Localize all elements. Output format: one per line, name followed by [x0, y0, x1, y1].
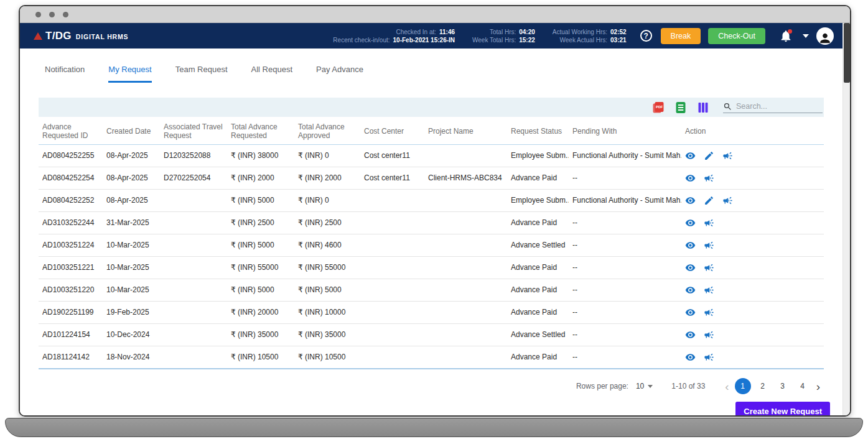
announce-icon[interactable]: [704, 240, 714, 251]
announce-icon[interactable]: [704, 352, 714, 363]
announce-icon[interactable]: [704, 262, 714, 273]
table-cell: [360, 257, 424, 279]
prev-page-icon[interactable]: ‹: [721, 381, 732, 392]
scrollbar[interactable]: [842, 23, 850, 415]
stat-row: Checked In at:11:46: [333, 29, 455, 35]
table-cell: [424, 324, 507, 346]
table-cell: ₹ (INR) 0: [294, 190, 360, 212]
notification-bell-icon[interactable]: [779, 29, 793, 43]
next-page-icon[interactable]: ›: [813, 381, 824, 392]
table-cell: --: [569, 167, 681, 190]
view-icon[interactable]: [685, 195, 696, 206]
view-icon[interactable]: [685, 218, 696, 228]
table-cell: Advance Settled: [507, 234, 569, 257]
actions-cell: [681, 302, 824, 324]
announce-icon[interactable]: [704, 173, 714, 183]
rows-per-page-select[interactable]: 10: [636, 382, 653, 390]
help-icon[interactable]: ?: [640, 30, 652, 42]
table-cell: ₹ (INR) 5000: [227, 279, 294, 302]
announce-icon[interactable]: [704, 307, 714, 318]
search-input[interactable]: [736, 102, 823, 111]
tab-all-request[interactable]: All Request: [251, 65, 292, 83]
table-cell: 10-Dec-2024: [103, 324, 160, 346]
announce-icon[interactable]: [704, 285, 714, 295]
table-cell: [160, 234, 227, 257]
edit-icon[interactable]: [704, 150, 714, 161]
table-cell: [424, 302, 507, 324]
user-avatar[interactable]: [816, 27, 834, 45]
checkout-button[interactable]: Check-Out: [708, 28, 765, 44]
table-cell: [424, 346, 507, 369]
column-header[interactable]: Advance Requested ID: [39, 119, 103, 145]
view-icon[interactable]: [685, 352, 696, 363]
table-cell: [160, 279, 227, 302]
tab-team-request[interactable]: Team Request: [175, 65, 228, 83]
column-header[interactable]: Total Advance Approved: [294, 119, 360, 145]
table-cell: [160, 346, 227, 369]
table-cell: ₹ (INR) 10500: [294, 346, 360, 369]
column-settings-icon[interactable]: [697, 101, 709, 114]
table-cell: 10-Mar-2025: [103, 234, 160, 257]
table-cell: Advance Paid: [507, 279, 569, 302]
view-icon[interactable]: [685, 150, 696, 161]
column-header[interactable]: Request Status: [507, 119, 569, 145]
profile-dropdown-caret-icon[interactable]: [803, 34, 809, 38]
scrollbar-thumb[interactable]: [844, 23, 850, 83]
column-header[interactable]: Associated Travel Request: [160, 119, 227, 145]
view-icon[interactable]: [685, 262, 696, 273]
stat-label: Actual Working Hrs:: [553, 29, 607, 35]
view-icon[interactable]: [685, 285, 696, 295]
window-dot-icon[interactable]: [63, 12, 68, 17]
table-cell: ₹ (INR) 35000: [294, 324, 360, 346]
table-cell: [360, 324, 424, 346]
table-cell: [360, 346, 424, 369]
page-button-4[interactable]: 4: [795, 378, 811, 394]
app-window: T/DG DIGITAL HRMS Checked In at:11:46Rec…: [19, 5, 851, 417]
window-dot-icon[interactable]: [35, 12, 41, 17]
export-excel-icon[interactable]: [674, 101, 687, 114]
page-button-1[interactable]: 1: [735, 378, 751, 394]
column-header[interactable]: Created Date: [103, 119, 160, 145]
break-button[interactable]: Break: [661, 28, 701, 44]
column-header[interactable]: Project Name: [424, 119, 507, 145]
table-cell: ₹ (INR) 10500: [227, 346, 294, 369]
tab-my-request[interactable]: My Request: [108, 65, 151, 83]
table-cell: [424, 257, 507, 279]
column-header[interactable]: Action: [681, 119, 824, 145]
page-button-3[interactable]: 3: [775, 378, 791, 394]
table-cell: AD0804252252: [39, 190, 103, 212]
edit-icon[interactable]: [704, 195, 714, 206]
view-icon[interactable]: [685, 173, 696, 183]
actions-cell: [681, 234, 824, 257]
window-dot-icon[interactable]: [49, 12, 55, 17]
stat-label: Total Hrs:: [490, 29, 516, 35]
view-icon[interactable]: [685, 307, 696, 318]
announce-icon[interactable]: [722, 195, 733, 206]
view-icon[interactable]: [685, 240, 696, 251]
table-cell: Functional Authority - Sumit Mah...: [569, 145, 681, 167]
create-new-request-button[interactable]: Create New Request: [735, 402, 830, 415]
app-logo: T/DG DIGITAL HRMS: [34, 30, 128, 42]
table-row: AD080425225508-Apr-2025D1203252088₹ (INR…: [39, 145, 824, 167]
announce-icon[interactable]: [722, 150, 733, 161]
main-content: NotificationMy RequestTeam RequestAll Re…: [20, 49, 842, 415]
stat-row: Recent check-in/out:10-Feb-2021 15:26-IN: [333, 37, 455, 44]
table-cell: [424, 145, 507, 167]
column-header[interactable]: Total Advance Requested: [227, 119, 294, 145]
table-cell: [424, 279, 507, 302]
view-icon[interactable]: [685, 330, 696, 340]
announce-icon[interactable]: [704, 218, 714, 228]
column-header[interactable]: Pending With: [569, 119, 681, 145]
table-cell: [160, 324, 227, 346]
tab-notification[interactable]: Notification: [45, 65, 85, 83]
export-pdf-icon[interactable]: PDF: [652, 101, 665, 114]
actions-cell: [681, 346, 824, 369]
announce-icon[interactable]: [704, 330, 714, 340]
select-caret-icon: [648, 385, 653, 388]
table-cell: Cost center11: [360, 167, 424, 190]
column-header[interactable]: Cost Center: [360, 119, 424, 145]
header-stats: Checked In at:11:46Recent check-in/out:1…: [333, 29, 626, 44]
page-button-2[interactable]: 2: [755, 378, 771, 394]
table-cell: 08-Apr-2025: [103, 190, 160, 212]
tab-pay-advance[interactable]: Pay Advance: [316, 65, 363, 83]
